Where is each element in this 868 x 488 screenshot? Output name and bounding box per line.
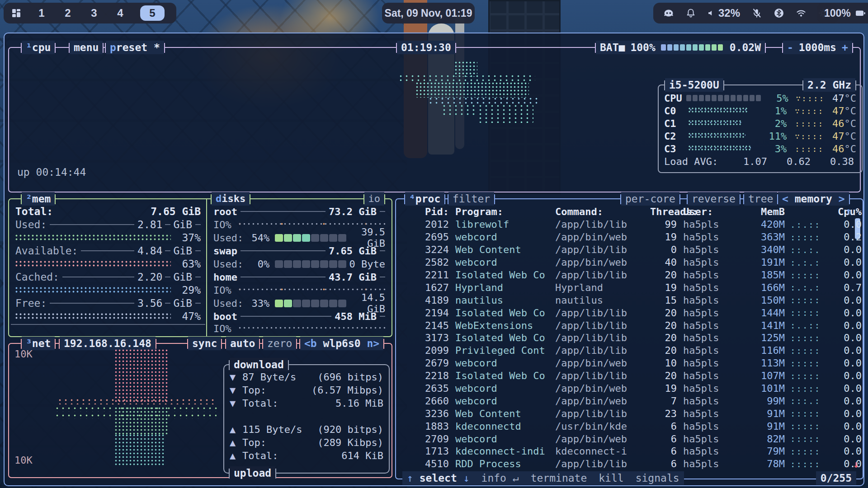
workspace-3[interactable]: 3 xyxy=(88,7,100,19)
mem-used-row: Used:2.81GiB xyxy=(15,219,201,230)
info-button[interactable]: info ↵ xyxy=(481,471,519,485)
process-row[interactable]: 3224 Web Content /app/lib/lib 0 ha5pls 3… xyxy=(396,244,853,256)
disks-title[interactable]: disks xyxy=(212,192,250,206)
kill-button[interactable]: kill xyxy=(599,471,623,485)
panel-tray-module: 32% xyxy=(653,3,839,23)
mem-free-row: Free:3.56GiB xyxy=(15,297,201,309)
proc-sort-selector[interactable]: < memory > xyxy=(778,192,849,206)
net-sync-button[interactable]: sync xyxy=(188,337,221,350)
process-row[interactable]: 3173 Isolated Web Co /app/lib/lib 20 ha5… xyxy=(396,332,853,344)
select-control[interactable]: ↑ select ↓ xyxy=(407,471,470,485)
process-row[interactable]: 2635 webcord /app/bin/web 19 ha5pls 101M… xyxy=(396,382,853,395)
disk-root-meter xyxy=(275,234,347,242)
menu-button[interactable]: menu xyxy=(70,41,103,54)
wifi-icon[interactable] xyxy=(796,8,807,19)
disk-home-used-row: Used:33% 14.5 GiB xyxy=(213,297,385,309)
clock-text: Sat, 09 Nov, 01:19 xyxy=(385,7,472,19)
process-row[interactable]: 2194 Isolated Web Co /app/lib/lib 20 ha5… xyxy=(396,306,853,319)
bell-icon[interactable] xyxy=(685,8,696,19)
process-row[interactable]: 2679 webcord /app/bin/web 10 ha5pls 113M… xyxy=(396,357,853,370)
disk-root-used-row: Used:54% 39.5 GiB xyxy=(213,232,385,244)
tab-cpu[interactable]: ¹cpu xyxy=(22,41,55,54)
terminate-button[interactable]: terminate xyxy=(531,471,587,485)
disk-swap-row: swap7.65 GiB xyxy=(213,245,385,257)
interval-minus-button[interactable]: - xyxy=(787,41,793,54)
mem-box: ²mem Total:7.65 GiB Used:2.81GiB 37% Ava… xyxy=(8,198,392,337)
header-memb[interactable]: MemB xyxy=(740,206,785,217)
mem-cached-graph-row: 29% xyxy=(15,284,201,296)
apps-grid-icon[interactable] xyxy=(11,8,22,19)
process-row[interactable]: 2145 WebExtensions /app/lib/lib 20 ha5pl… xyxy=(396,319,853,332)
battery-percent: 100% xyxy=(824,7,851,19)
net-box: ³net 192.168.16.148 sync auto zero <b wl… xyxy=(8,343,392,478)
disk-root-row: root73.2 GiB xyxy=(213,206,385,217)
upload-title: upload xyxy=(230,466,275,480)
mem-total-row: Total:7.65 GiB xyxy=(15,206,201,217)
bluetooth-icon[interactable] xyxy=(774,8,784,19)
proc-tree-toggle[interactable]: tree xyxy=(744,192,777,206)
panel-workspaces-module: 1 2 3 4 5 xyxy=(4,3,176,23)
header-user[interactable]: User: xyxy=(677,206,740,217)
header-program[interactable]: Program: xyxy=(449,206,555,217)
process-row[interactable]: 1713 kdeconnect-indi kdeconnect-i 6 ha5p… xyxy=(396,445,853,458)
process-row[interactable]: 1627 Hyprland Hyprland 19 ha5pls 166M :.… xyxy=(396,281,853,294)
mem-available-graph-row: 63% xyxy=(15,258,201,270)
process-row[interactable]: 2695 webcord /app/bin/web 19 ha5pls 363M… xyxy=(396,231,853,244)
proc-table-header: Pid: Program: Command: Threads: User: Me… xyxy=(396,206,863,218)
header-command[interactable]: Command: xyxy=(555,206,650,217)
process-row[interactable]: 2211 Isolated Web Co /app/lib/lib 20 ha5… xyxy=(396,269,853,282)
btop-window: ¹cpu menu preset * 01:19:30 BAT■ 100% 0.… xyxy=(4,33,864,486)
workspace-2[interactable]: 2 xyxy=(61,7,74,19)
proc-filter-button[interactable]: filter xyxy=(448,192,494,206)
process-row[interactable]: 2709 webcord /app/bin/web 6 ha5pls 82M :… xyxy=(396,432,853,445)
process-row[interactable]: 4189 nautilus nautilus 15 ha5pls 150M ::… xyxy=(396,294,853,306)
proc-overflow-arrow: ↓ xyxy=(853,459,859,470)
net-auto-button[interactable]: auto xyxy=(226,337,259,350)
process-row[interactable]: 2660 webcord /app/bin/web 7 ha5pls 99M :… xyxy=(396,394,853,407)
panel-clock-module[interactable]: Sat, 09 Nov, 01:19 xyxy=(382,3,475,23)
download-title: download xyxy=(230,358,288,371)
mem-free-graph-row: 47% xyxy=(15,310,201,322)
process-row[interactable]: 4510 RDD Process /app/lib/lib 6 ha5pls 7… xyxy=(396,458,853,470)
cpu-total-meter xyxy=(686,94,762,102)
process-row[interactable]: 2218 Isolated Web Co /app/lib/lib 20 ha5… xyxy=(396,370,853,382)
process-row[interactable]: 2582 webcord /app/bin/web 40 ha5pls 191M… xyxy=(396,256,853,269)
disks-io-toggle[interactable]: io xyxy=(364,192,385,206)
tab-mem[interactable]: ²mem xyxy=(22,192,55,206)
mem-divider-line xyxy=(11,324,205,325)
update-interval: - 1000ms + xyxy=(783,41,852,54)
workspace-1[interactable]: 1 xyxy=(35,7,48,19)
panel-battery-module[interactable]: 100% xyxy=(817,3,868,23)
proc-selected-count: 0/255 xyxy=(816,471,856,485)
mic-muted-icon[interactable] xyxy=(751,8,762,19)
mem-available-row: Available:4.84GiB xyxy=(15,245,201,257)
net-io-box: download upload ▼87 Byte/s(696 bitps) ▼T… xyxy=(223,364,390,474)
disk-boot-io-row: IO% xyxy=(213,323,385,334)
net-axis-bottom: 10K xyxy=(14,455,33,466)
process-row[interactable]: 1883 kdeconnectd /usr/bin/kde 6 ha5pls 9… xyxy=(396,420,853,432)
process-row[interactable]: 2099 Privileged Cont /app/lib/lib 20 ha5… xyxy=(396,344,853,357)
battery-status: BAT■ 100% 0.02W xyxy=(596,41,765,54)
header-pid[interactable]: Pid: xyxy=(405,206,449,217)
net-zero-button[interactable]: zero xyxy=(263,337,296,350)
cpu-box: ¹cpu menu preset * 01:19:30 BAT■ 100% 0.… xyxy=(8,47,861,192)
net-interface-switcher[interactable]: <b wlp6s0 n> xyxy=(300,337,383,350)
volume-widget[interactable]: 32% xyxy=(708,7,740,19)
cpu-core-row: C0 1% ∵:::: 47°C xyxy=(659,104,862,117)
tab-proc[interactable]: ⁴proc xyxy=(405,192,444,206)
proc-percore-toggle[interactable]: per-core xyxy=(621,192,679,206)
process-row[interactable]: 3236 Web Content /app/lib/lib 23 ha5pls … xyxy=(396,407,853,420)
preset-button[interactable]: preset * xyxy=(106,41,164,54)
cpu-core-row: C2 11% ∵:::: 47°C xyxy=(659,130,862,142)
signals-button[interactable]: signals xyxy=(636,471,679,485)
discord-icon[interactable] xyxy=(663,8,674,19)
process-row[interactable]: 2012 librewolf /app/lib/lib 99 ha5pls 42… xyxy=(396,218,853,231)
header-threads[interactable]: Threads: xyxy=(650,206,677,217)
proc-reverse-toggle[interactable]: reverse xyxy=(688,192,740,206)
net-io-rows: ▼87 Byte/s(696 bitps) ▼Top:(6.57 Mibps) … xyxy=(224,371,389,462)
disk-swap-used-row: Used:0% 0 Byte xyxy=(213,258,385,270)
workspace-4[interactable]: 4 xyxy=(114,7,127,19)
proc-table: 2012 librewolf /app/lib/lib 99 ha5pls 42… xyxy=(396,218,853,470)
workspace-5-active[interactable]: 5 xyxy=(140,5,165,21)
interval-plus-button[interactable]: + xyxy=(842,41,848,54)
